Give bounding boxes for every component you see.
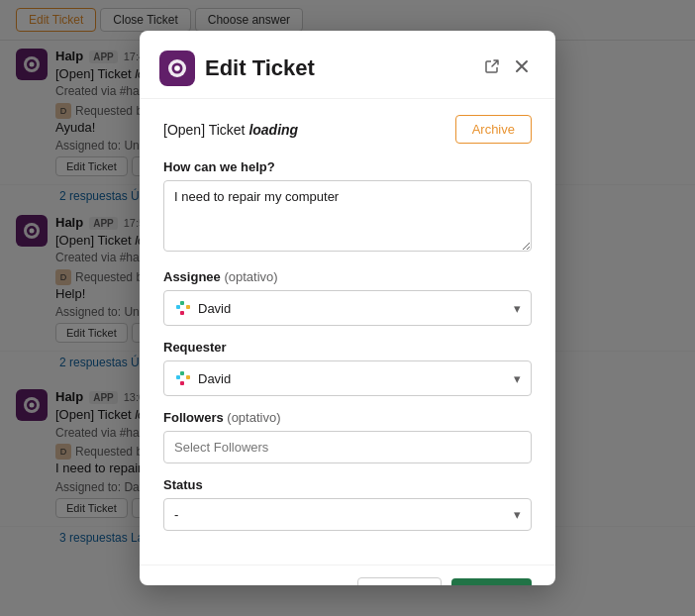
halp-modal-icon: [159, 51, 195, 86]
status-field: Status - ▾: [163, 477, 532, 531]
requester-slack-icon: [174, 369, 192, 387]
assignee-dropdown[interactable]: David ▾: [163, 290, 532, 326]
requester-value: David: [198, 371, 231, 386]
save-button[interactable]: Save: [451, 578, 532, 585]
svg-rect-19: [180, 381, 184, 385]
assignee-value: David: [198, 301, 231, 316]
svg-rect-18: [186, 375, 190, 379]
assignee-field: Assignee (optativo): [163, 269, 532, 326]
how-can-we-help-input[interactable]: I need to repair my computer: [163, 180, 532, 252]
modal-header-right: [482, 56, 532, 80]
modal-header-left: Edit Ticket: [159, 51, 315, 86]
followers-field: Followers (optativo): [163, 410, 532, 463]
how-can-we-help-field: How can we help? I need to repair my com…: [163, 159, 532, 256]
assignee-slack-icon: [174, 299, 192, 317]
requester-dropdown[interactable]: David ▾: [163, 360, 532, 396]
requester-chevron-icon: ▾: [514, 371, 521, 386]
requester-field: Requester David ▾: [163, 340, 532, 396]
close-modal-button[interactable]: [512, 56, 532, 80]
status-dropdown[interactable]: - ▾: [163, 498, 532, 531]
modal-header: Edit Ticket: [140, 31, 555, 99]
svg-rect-15: [180, 311, 184, 315]
svg-point-11: [174, 65, 180, 71]
cancel-button[interactable]: Cancel: [357, 577, 443, 585]
assignee-label: Assignee (optativo): [163, 269, 532, 284]
external-link-button[interactable]: [482, 56, 502, 80]
svg-rect-16: [176, 375, 180, 379]
archive-button[interactable]: Archive: [455, 115, 532, 144]
status-value: -: [174, 507, 178, 522]
assignee-chevron-icon: ▾: [514, 301, 521, 316]
edit-ticket-modal: Edit Ticket: [140, 31, 555, 585]
status-chevron-icon: ▾: [514, 507, 521, 522]
status-select-inner: -: [174, 507, 178, 522]
modal-body: [Open] Ticket loading Archive How can we…: [140, 99, 555, 565]
how-can-we-help-label: How can we help?: [163, 159, 532, 174]
svg-rect-12: [176, 305, 180, 309]
followers-label: Followers (optativo): [163, 410, 532, 425]
status-label: Status: [163, 477, 532, 492]
requester-label: Requester: [163, 340, 532, 355]
assignee-select-inner: David: [174, 299, 231, 317]
modal-overlay: Edit Ticket: [0, 0, 695, 616]
modal-title: Edit Ticket: [205, 55, 315, 81]
svg-rect-17: [180, 371, 184, 375]
requester-select-inner: David: [174, 369, 231, 387]
followers-input[interactable]: [163, 431, 532, 463]
modal-footer: Cancel Save: [140, 565, 555, 585]
svg-rect-14: [186, 305, 190, 309]
svg-rect-13: [180, 301, 184, 305]
ticket-status-row: [Open] Ticket loading Archive: [163, 115, 532, 144]
ticket-status-text: [Open] Ticket loading: [163, 122, 298, 138]
